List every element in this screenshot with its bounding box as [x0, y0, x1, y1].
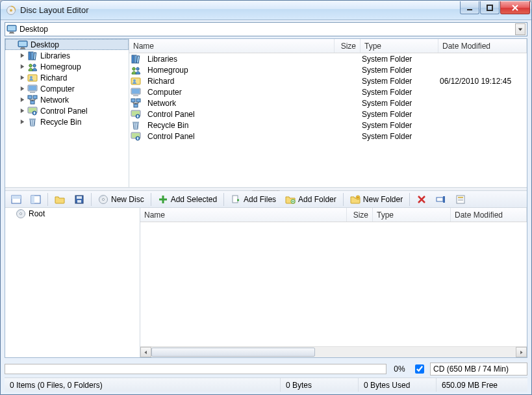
- expander-icon[interactable]: [18, 74, 26, 82]
- tree-label: Richard: [40, 73, 67, 83]
- folder-icon: [55, 194, 65, 205]
- plus-icon: [158, 194, 168, 205]
- address-text: Desktop: [19, 25, 515, 34]
- col-name[interactable]: Name: [129, 39, 335, 53]
- pane-icon: [11, 194, 21, 205]
- add-selected-button[interactable]: Add Selected: [153, 192, 222, 207]
- client-area: Desktop LibrariesHomegroupRichardCompute…: [5, 38, 527, 358]
- tree-item[interactable]: Network: [5, 94, 129, 105]
- homegroup-icon: [131, 65, 141, 75]
- cell-date: 06/12/2010 19:12:45: [436, 77, 527, 86]
- expander-icon[interactable]: [8, 41, 16, 49]
- col-name[interactable]: Name: [140, 208, 347, 222]
- add-files-button[interactable]: Add Files: [226, 192, 281, 207]
- expander-icon[interactable]: [18, 96, 26, 104]
- tree-label: Homegroup: [40, 62, 81, 71]
- new-folder-button[interactable]: New Folder: [346, 192, 407, 207]
- scroll-left-button[interactable]: [140, 347, 151, 357]
- tree-item[interactable]: Computer: [5, 83, 129, 94]
- cpanel-icon: [131, 109, 141, 120]
- col-type[interactable]: Type: [373, 208, 451, 222]
- lower-list[interactable]: Name Size Type Date Modified: [140, 208, 527, 357]
- horizontal-scrollbar[interactable]: [140, 346, 527, 357]
- libraries-icon: [131, 54, 141, 64]
- cell-type: System Folder: [358, 110, 436, 119]
- layout-toggle-2[interactable]: [26, 192, 45, 207]
- cell-type: System Folder: [358, 121, 436, 130]
- status-free: 650.09 MB Free: [437, 378, 527, 392]
- col-size[interactable]: Size: [347, 208, 373, 222]
- rename-button[interactable]: [431, 192, 451, 207]
- lower-columns[interactable]: Name Size Type Date Modified: [140, 208, 527, 222]
- list-row[interactable]: Control PanelSystem Folder: [129, 131, 527, 142]
- upper-columns[interactable]: Name Size Type Date Modified: [129, 39, 527, 53]
- tree-root-desktop[interactable]: Desktop: [5, 39, 129, 50]
- app-icon: [6, 5, 16, 16]
- expander-icon[interactable]: [18, 85, 26, 93]
- tree-item[interactable]: Richard: [5, 72, 129, 83]
- col-type[interactable]: Type: [361, 39, 438, 53]
- cell-type: System Folder: [358, 55, 436, 64]
- cell-type: System Folder: [358, 66, 436, 75]
- close-button[interactable]: [500, 1, 530, 14]
- cell-name: Network: [144, 99, 332, 108]
- delete-button[interactable]: [412, 192, 431, 207]
- desktop-icon: [18, 40, 28, 50]
- cell-type: System Folder: [358, 77, 436, 86]
- tree-item[interactable]: Recycle Bin: [5, 116, 129, 127]
- maximize-button[interactable]: [480, 1, 500, 14]
- save-button[interactable]: [70, 192, 89, 207]
- tree-item[interactable]: Libraries: [5, 50, 129, 61]
- properties-button[interactable]: [451, 192, 470, 207]
- status-bar: 0 Items (0 Files, 0 Folders) 0 Bytes 0 B…: [5, 377, 527, 392]
- minimize-button[interactable]: [460, 1, 479, 14]
- list-row[interactable]: NetworkSystem Folder: [129, 97, 527, 108]
- expander-icon[interactable]: [18, 52, 26, 60]
- upper-tree[interactable]: Desktop LibrariesHomegroupRichardCompute…: [5, 39, 129, 187]
- tree-label: Desktop: [31, 40, 59, 49]
- expander-icon[interactable]: [18, 63, 26, 71]
- lower-tree[interactable]: Root: [5, 208, 140, 357]
- col-date[interactable]: Date Modified: [451, 208, 527, 222]
- disc-type-combo[interactable]: CD (650 MB / 74 Min): [430, 363, 527, 376]
- list-row[interactable]: ComputerSystem Folder: [129, 86, 527, 97]
- scroll-track[interactable]: [151, 347, 516, 357]
- properties-icon: [455, 194, 466, 205]
- scroll-right-button[interactable]: [516, 347, 527, 357]
- open-folder-button[interactable]: [50, 192, 70, 207]
- list-row[interactable]: Recycle BinSystem Folder: [129, 120, 527, 131]
- list-row[interactable]: LibrariesSystem Folder: [129, 53, 527, 64]
- list-row[interactable]: Control PanelSystem Folder: [129, 108, 527, 120]
- address-dropdown-button[interactable]: [515, 23, 526, 35]
- tree-root-disc[interactable]: Root: [5, 208, 140, 219]
- add-folder-button[interactable]: Add Folder: [281, 192, 341, 207]
- layout-toggle-1[interactable]: [6, 192, 26, 207]
- tree-label: Network: [40, 96, 69, 105]
- expander-icon[interactable]: [18, 118, 26, 126]
- new-folder-icon: [350, 194, 361, 205]
- tree-item[interactable]: Control Panel: [5, 105, 129, 116]
- scroll-thumb[interactable]: [151, 348, 315, 357]
- titlebar[interactable]: Disc Layout Editor: [1, 1, 531, 20]
- disc-icon: [16, 209, 26, 219]
- user-icon: [131, 76, 141, 86]
- computer-icon: [27, 84, 38, 94]
- cell-name: Computer: [144, 88, 332, 97]
- col-size[interactable]: Size: [335, 39, 361, 53]
- list-row[interactable]: HomegroupSystem Folder: [129, 64, 527, 75]
- add-selected-label: Add Selected: [171, 195, 217, 204]
- auto-disc-checkbox[interactable]: [415, 364, 424, 374]
- upper-list[interactable]: Name Size Type Date Modified LibrariesSy…: [129, 39, 527, 187]
- disc-type-label: CD (650 MB / 74 Min): [433, 364, 509, 374]
- new-disc-label: New Disc: [111, 195, 144, 204]
- list-row[interactable]: RichardSystem Folder06/12/2010 19:12:45: [129, 75, 527, 86]
- address-bar[interactable]: Desktop: [5, 22, 527, 36]
- cpanel-icon: [131, 131, 141, 142]
- rename-icon: [436, 194, 446, 205]
- expander-icon[interactable]: [18, 107, 26, 115]
- usage-progressbar: [5, 364, 386, 374]
- col-date[interactable]: Date Modified: [438, 39, 527, 53]
- usage-percent: 0%: [390, 364, 409, 374]
- new-disc-button[interactable]: New Disc: [94, 192, 149, 207]
- tree-item[interactable]: Homegroup: [5, 61, 129, 72]
